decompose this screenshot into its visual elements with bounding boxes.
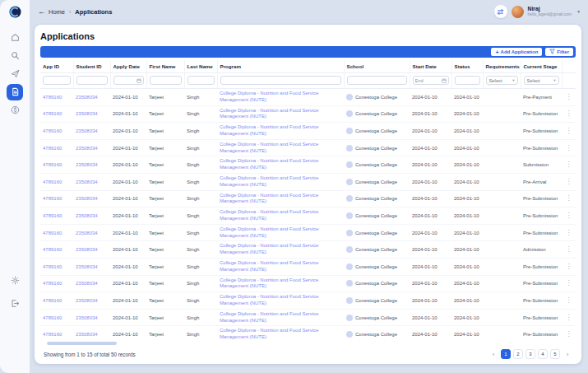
app-id-link[interactable]: 4789160 — [43, 332, 62, 337]
row-menu-button[interactable]: ⋮ — [566, 279, 572, 287]
filter-input-first-name[interactable] — [152, 78, 179, 83]
program-link[interactable]: College Diploma - Nutrition and Food Ser… — [220, 277, 341, 291]
sidebar-item-logout[interactable] — [7, 296, 23, 312]
filter-input-student-id[interactable] — [79, 78, 105, 83]
row-menu-button[interactable]: ⋮ — [566, 194, 572, 202]
page-prev-button[interactable]: ‹ — [488, 349, 498, 359]
row-menu-button[interactable]: ⋮ — [566, 296, 572, 304]
page-button-2[interactable]: 2 — [513, 349, 523, 359]
program-link[interactable]: College Diploma - Nutrition and Food Ser… — [220, 260, 341, 273]
app-id-link[interactable]: 4789160 — [43, 146, 62, 151]
horizontal-scrollbar[interactable] — [47, 342, 117, 345]
program-link[interactable]: College Diploma - Nutrition and Food Ser… — [220, 294, 341, 307]
app-id-link[interactable]: 4789160 — [43, 213, 62, 218]
student-id-link[interactable]: 23508034 — [76, 298, 98, 303]
sidebar-item-search[interactable] — [7, 48, 23, 64]
app-id-link[interactable]: 4789160 — [43, 281, 62, 286]
page-next-button[interactable]: › — [563, 349, 572, 359]
back-button[interactable]: ← — [38, 8, 45, 16]
row-menu-button[interactable]: ⋮ — [566, 229, 572, 236]
program-link[interactable]: College Diploma - Nutrition and Food Ser… — [220, 142, 341, 155]
program-link[interactable]: College Diploma - Nutrition and Food Ser… — [220, 209, 341, 222]
user-avatar[interactable] — [512, 6, 524, 18]
sidebar-item-applications[interactable] — [7, 84, 23, 100]
filter-input-app-id[interactable] — [45, 78, 68, 83]
row-menu-button[interactable]: ⋮ — [566, 245, 572, 253]
sidebar-item-send[interactable] — [7, 66, 23, 82]
filter-input-program[interactable] — [223, 78, 339, 83]
app-id-link[interactable]: 4789160 — [43, 162, 62, 167]
student-id-link[interactable]: 23508034 — [76, 180, 98, 184]
app-id-link[interactable]: 4789160 — [43, 180, 62, 184]
app-id-link[interactable]: 4789160 — [43, 196, 62, 201]
app-id-link[interactable]: 4789160 — [43, 95, 62, 100]
row-menu-button[interactable]: ⋮ — [566, 144, 572, 152]
page-button-5[interactable]: 5 — [550, 349, 560, 359]
app-id-link[interactable]: 4789160 — [43, 247, 62, 252]
student-id-link[interactable]: 23508034 — [76, 231, 98, 235]
breadcrumb-home[interactable]: Home — [49, 8, 65, 16]
student-id-link[interactable]: 23508034 — [76, 264, 98, 269]
app-id-link[interactable]: 4789160 — [43, 111, 62, 116]
row-menu-button[interactable]: ⋮ — [566, 93, 572, 100]
student-id-link[interactable]: 23508034 — [76, 95, 98, 100]
add-application-button[interactable]: + Add Application — [491, 48, 542, 56]
switch-account-button[interactable] — [494, 5, 507, 18]
row-menu-button[interactable]: ⋮ — [566, 263, 572, 270]
filter-input-status[interactable] — [457, 78, 478, 83]
program-link[interactable]: College Diploma - Nutrition and Food Ser… — [220, 91, 341, 104]
program-link[interactable]: College Diploma - Nutrition and Food Ser… — [220, 243, 341, 256]
student-id-link[interactable]: 23508034 — [76, 332, 98, 337]
program-link[interactable]: College Diploma - Nutrition and Food Ser… — [220, 124, 341, 138]
school-logo — [346, 212, 353, 219]
app-id-link[interactable]: 4789160 — [43, 264, 62, 269]
sidebar-item-settings[interactable] — [7, 273, 23, 289]
page-button-4[interactable]: 4 — [538, 349, 548, 359]
app-id-link[interactable]: 4789160 — [43, 315, 62, 320]
student-id-link[interactable]: 23508034 — [76, 281, 98, 286]
sidebar-item-billing[interactable] — [7, 102, 23, 119]
program-link[interactable]: College Diploma - Nutrition and Food Ser… — [220, 311, 341, 324]
program-link[interactable]: College Diploma - Nutrition and Food Ser… — [220, 158, 341, 171]
student-id-link[interactable]: 23508034 — [76, 213, 98, 218]
program-link[interactable]: College Diploma - Nutrition and Food Ser… — [220, 328, 341, 340]
student-id-link[interactable]: 23508034 — [76, 146, 98, 151]
program-link[interactable]: College Diploma - Nutrition and Food Ser… — [220, 226, 341, 240]
filter-input-school[interactable] — [350, 78, 405, 83]
chevron-down-icon[interactable]: ▾ — [577, 9, 580, 14]
student-id-link[interactable]: 23508034 — [76, 196, 98, 201]
program-link[interactable]: College Diploma - Nutrition and Food Ser… — [220, 108, 341, 121]
row-menu-button[interactable]: ⋮ — [566, 178, 572, 185]
student-id-link[interactable]: 23508034 — [76, 315, 98, 320]
sidebar-item-home[interactable] — [7, 30, 23, 46]
row-menu-button[interactable]: ⋮ — [566, 127, 572, 134]
filter-input-last-name[interactable] — [190, 78, 212, 83]
app-id-link[interactable]: 4789160 — [43, 231, 62, 235]
student-id-link[interactable]: 23508034 — [76, 247, 98, 252]
row-menu-button[interactable]: ⋮ — [566, 212, 572, 219]
page-button-3[interactable]: 3 — [525, 349, 535, 359]
row-menu-button[interactable]: ⋮ — [566, 330, 572, 338]
apply-date: 2024-01-10 — [113, 264, 138, 269]
filter-select-current-stage[interactable]: Select▾ — [524, 76, 559, 85]
filter-select-requirements[interactable]: Select▾ — [486, 76, 518, 85]
current-stage: Pre-Submission — [523, 298, 558, 303]
row-menu-button[interactable]: ⋮ — [566, 314, 572, 321]
app-id-link[interactable]: 4789160 — [43, 128, 62, 133]
school-cell: Conestoga College — [346, 145, 407, 152]
student-id-link[interactable]: 23508034 — [76, 162, 98, 167]
pagination: ‹12345› — [488, 349, 572, 359]
student-id-link[interactable]: 23508034 — [76, 111, 98, 116]
filter-input-apply-date[interactable] — [116, 78, 136, 83]
row-menu-button[interactable]: ⋮ — [566, 161, 572, 168]
program-link[interactable]: College Diploma - Nutrition and Food Ser… — [220, 175, 341, 189]
page-button-1[interactable]: 1 — [501, 349, 511, 359]
school-cell: Conestoga College — [346, 263, 407, 270]
filter-button[interactable]: Filter — [545, 48, 573, 56]
student-id-link[interactable]: 23508034 — [76, 128, 98, 133]
chevron-down-icon: ▾ — [553, 78, 555, 82]
filter-input-start-date[interactable] — [415, 78, 441, 83]
app-id-link[interactable]: 4789160 — [43, 298, 62, 303]
program-link[interactable]: College Diploma - Nutrition and Food Ser… — [220, 193, 341, 206]
row-menu-button[interactable]: ⋮ — [566, 110, 572, 117]
